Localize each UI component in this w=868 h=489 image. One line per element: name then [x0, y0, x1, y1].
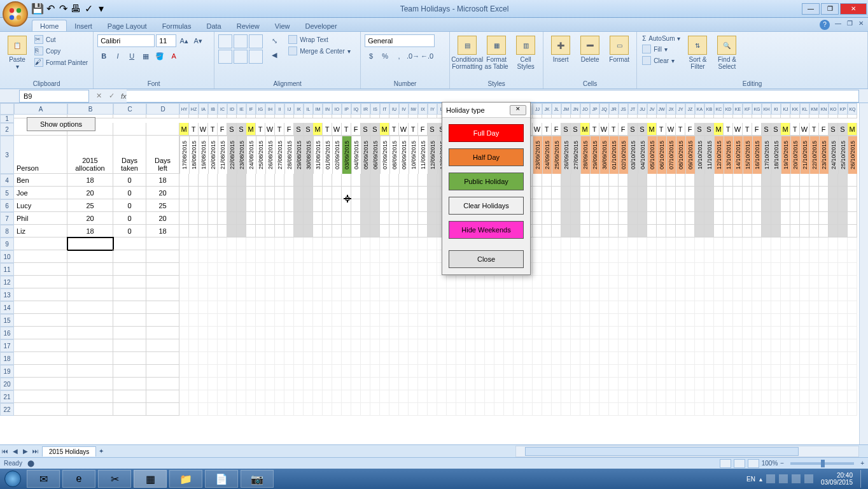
row-header[interactable]: 10 — [0, 250, 14, 263]
calendar-cell[interactable] — [838, 187, 848, 199]
calendar-cell[interactable] — [638, 225, 647, 237]
tray-icon-1[interactable] — [766, 474, 775, 483]
qat-spelling-icon[interactable]: ✓ — [83, 3, 94, 15]
calendar-cell[interactable] — [304, 187, 313, 199]
calendar-cell[interactable] — [580, 174, 590, 187]
calendar-cell[interactable] — [361, 212, 370, 225]
calendar-cell[interactable] — [294, 212, 304, 225]
calendar-cell[interactable] — [552, 187, 561, 199]
calendar-cell[interactable] — [275, 225, 284, 237]
calendar-cell[interactable] — [275, 212, 284, 225]
calendar-cell[interactable] — [246, 199, 256, 212]
fill-button[interactable]: Fill ▾ — [641, 44, 682, 54]
data-cell[interactable]: 20 — [67, 212, 113, 225]
taskbar-snip[interactable]: ✂ — [98, 470, 131, 488]
calendar-cell[interactable] — [647, 212, 657, 225]
calendar-cell[interactable] — [199, 225, 208, 237]
calendar-cell[interactable] — [418, 212, 428, 225]
calendar-cell[interactable] — [838, 199, 848, 212]
align-bottom-left[interactable] — [218, 50, 232, 64]
calendar-cell[interactable] — [762, 225, 771, 237]
calendar-cell[interactable] — [590, 187, 599, 199]
calendar-cell[interactable] — [361, 199, 370, 212]
col-header[interactable]: KN — [819, 103, 829, 115]
col-header[interactable]: IY — [428, 103, 437, 115]
calendar-cell[interactable] — [389, 187, 399, 199]
calendar-cell[interactable] — [590, 225, 599, 237]
calendar-cell[interactable] — [781, 212, 790, 225]
calendar-cell[interactable] — [781, 199, 790, 212]
decrease-indent-button[interactable]: ◀ — [268, 48, 281, 61]
calendar-cell[interactable] — [332, 199, 342, 212]
qat-undo-icon[interactable]: ↶ — [45, 3, 56, 15]
col-header[interactable]: KD — [724, 103, 733, 115]
calendar-cell[interactable] — [246, 187, 256, 199]
col-header[interactable]: B — [67, 103, 113, 115]
tray-icon-2[interactable] — [779, 474, 788, 483]
calendar-cell[interactable] — [724, 212, 733, 225]
align-top-center[interactable] — [234, 34, 248, 48]
calendar-cell[interactable] — [227, 212, 237, 225]
data-cell[interactable]: 0 — [113, 174, 146, 187]
show-desktop-button[interactable] — [860, 470, 865, 488]
calendar-cell[interactable] — [533, 199, 542, 212]
calendar-cell[interactable] — [199, 187, 208, 199]
calendar-cell[interactable] — [561, 174, 571, 187]
calendar-cell[interactable] — [304, 174, 313, 187]
calendar-cell[interactable] — [208, 199, 218, 212]
calendar-cell[interactable] — [647, 187, 657, 199]
col-header[interactable]: HZ — [189, 103, 199, 115]
calendar-cell[interactable] — [265, 187, 275, 199]
calendar-cell[interactable] — [704, 212, 714, 225]
calendar-cell[interactable] — [829, 199, 838, 212]
calendar-cell[interactable] — [819, 174, 829, 187]
col-header[interactable]: JM — [561, 103, 571, 115]
data-cell[interactable]: Joe — [14, 187, 67, 199]
calendar-cell[interactable] — [389, 225, 399, 237]
data-cell[interactable]: 18 — [146, 174, 179, 187]
calendar-cell[interactable] — [342, 225, 351, 237]
col-header[interactable]: KC — [714, 103, 724, 115]
calendar-cell[interactable] — [370, 199, 380, 212]
calendar-cell[interactable] — [752, 174, 762, 187]
col-header[interactable]: JV — [647, 103, 657, 115]
calendar-cell[interactable] — [218, 187, 227, 199]
calendar-cell[interactable] — [657, 199, 666, 212]
calendar-cell[interactable] — [409, 187, 418, 199]
calendar-cell[interactable] — [389, 174, 399, 187]
data-cell[interactable]: 0 — [113, 187, 146, 199]
col-header[interactable]: KH — [762, 103, 771, 115]
calendar-cell[interactable] — [838, 212, 848, 225]
calendar-cell[interactable] — [380, 199, 389, 212]
col-header[interactable]: KJ — [781, 103, 790, 115]
calendar-cell[interactable] — [790, 174, 800, 187]
col-header[interactable]: IE — [237, 103, 246, 115]
calendar-cell[interactable] — [743, 212, 752, 225]
calendar-cell[interactable] — [628, 199, 638, 212]
calendar-cell[interactable] — [304, 212, 313, 225]
qat-quickprint-icon[interactable]: 🖶 — [70, 3, 81, 15]
col-header[interactable]: KO — [829, 103, 838, 115]
data-cell[interactable]: 20 — [146, 187, 179, 199]
data-cell[interactable]: 0 — [113, 199, 146, 212]
col-header[interactable]: JW — [657, 103, 666, 115]
col-header[interactable]: JK — [542, 103, 552, 115]
calendar-cell[interactable] — [313, 199, 323, 212]
horizontal-scrollbar[interactable] — [515, 446, 859, 457]
sheet-tab-active[interactable]: 2015 Holidays — [42, 446, 96, 457]
calendar-cell[interactable] — [246, 174, 256, 187]
calendar-cell[interactable] — [284, 187, 294, 199]
calendar-cell[interactable] — [590, 174, 599, 187]
row-header[interactable]: 14 — [0, 301, 14, 314]
tray-network-icon[interactable] — [792, 474, 801, 483]
calendar-cell[interactable] — [771, 212, 781, 225]
format-painter-button[interactable]: 🖌Format Painter — [33, 57, 89, 67]
calendar-cell[interactable] — [819, 212, 829, 225]
align-bottom-center[interactable] — [234, 50, 248, 64]
calendar-cell[interactable] — [704, 199, 714, 212]
calendar-cell[interactable] — [284, 199, 294, 212]
format-cells-button[interactable]: ▭Format — [606, 34, 633, 64]
sheet-nav-prev[interactable]: ◀ — [10, 446, 20, 457]
macro-record-icon[interactable]: ⬤ — [27, 460, 34, 467]
calendar-cell[interactable] — [399, 199, 409, 212]
